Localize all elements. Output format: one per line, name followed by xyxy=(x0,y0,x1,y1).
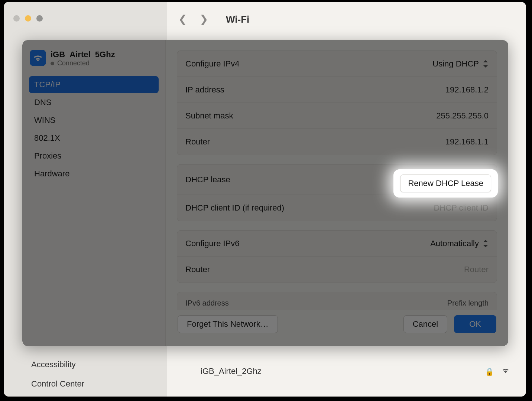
dhcp-client-id-input[interactable]: DHCP client ID xyxy=(434,203,489,213)
tab-dns[interactable]: DNS xyxy=(29,94,159,111)
ipv6-group: Configure IPv6 Automatically Router Rout… xyxy=(177,230,497,283)
network-name: iGB_Airtel_5Ghz xyxy=(51,50,115,59)
header-ipv6-address: IPv6 address xyxy=(185,299,229,307)
forward-icon[interactable]: ❯ xyxy=(200,13,208,25)
tab-wins[interactable]: WINS xyxy=(29,112,159,129)
fullscreen-icon[interactable] xyxy=(36,15,43,22)
renew-dhcp-lease-button[interactable]: Renew DHCP Lease xyxy=(400,175,491,192)
chevron-updown-icon xyxy=(483,240,489,247)
tab-hardware[interactable]: Hardware xyxy=(29,165,159,182)
network-header: iGB_Airtel_5Ghz Connected xyxy=(29,50,159,67)
tab-tcpip[interactable]: TCP/IP xyxy=(29,76,159,93)
label-dhcp-client-id: DHCP client ID (if required) xyxy=(185,203,284,213)
select-value: Automatically xyxy=(430,239,479,248)
settings-tabs: TCP/IP DNS WINS 802.1X Proxies Hardware xyxy=(29,76,159,182)
label-ip-address: IP address xyxy=(185,85,224,95)
ipv6-address-group: IPv6 address Prefix length xyxy=(177,292,497,310)
header-prefix-length: Prefix length xyxy=(447,299,489,307)
row-configure-ipv6: Configure IPv6 Automatically xyxy=(177,231,497,257)
label-router-ipv6: Router xyxy=(185,265,210,274)
value-subnet-mask: 255.255.255.0 xyxy=(436,111,489,121)
wifi-icon xyxy=(502,367,510,376)
ok-button[interactable]: OK xyxy=(454,315,496,333)
label-configure-ipv4: Configure IPv4 xyxy=(185,59,240,69)
tab-proxies[interactable]: Proxies xyxy=(29,147,159,164)
back-icon[interactable]: ❮ xyxy=(178,13,187,25)
row-subnet-mask: Subnet mask 255.255.255.0 xyxy=(177,103,497,129)
value-router: 192.168.1.1 xyxy=(445,137,489,147)
row-dhcp-client-id: DHCP client ID (if required) DHCP client… xyxy=(177,195,497,221)
sheet-footer: Forget This Network… Cancel OK xyxy=(177,310,497,339)
tab-8021x[interactable]: 802.1X xyxy=(29,130,159,147)
router-ipv6-input[interactable]: Router xyxy=(464,265,489,274)
wifi-icon xyxy=(30,50,46,66)
lock-icon: 🔒 xyxy=(485,367,494,376)
cancel-button[interactable]: Cancel xyxy=(403,315,447,333)
label-dhcp-lease: DHCP lease xyxy=(185,175,230,185)
status-dot-icon xyxy=(51,62,54,65)
nav-arrows: ❮ ❯ xyxy=(178,13,208,25)
label-router: Router xyxy=(185,137,210,147)
chevron-updown-icon xyxy=(483,60,489,68)
sidebar-item-accessibility[interactable]: Accessibility xyxy=(31,360,76,369)
window-controls xyxy=(13,15,43,22)
row-router-ipv6: Router Router xyxy=(177,257,497,283)
close-icon[interactable] xyxy=(13,15,20,22)
select-configure-ipv4[interactable]: Using DHCP xyxy=(432,59,489,69)
select-configure-ipv6[interactable]: Automatically xyxy=(430,239,489,248)
minimize-icon[interactable] xyxy=(25,15,31,22)
value-ip-address: 192.168.1.2 xyxy=(445,85,489,95)
network-details-sheet: iGB_Airtel_5Ghz Connected TCP/IP DNS WIN… xyxy=(22,40,508,346)
ipv4-group: Configure IPv4 Using DHCP IP address 192… xyxy=(177,50,497,155)
label-subnet-mask: Subnet mask xyxy=(185,111,233,121)
row-router-ipv4: Router 192.168.1.1 xyxy=(177,129,497,155)
forget-network-button[interactable]: Forget This Network… xyxy=(178,315,278,333)
network-status: Connected xyxy=(51,59,115,67)
label-configure-ipv6: Configure IPv6 xyxy=(185,239,240,248)
sidebar-item-control-center[interactable]: Control Center xyxy=(31,379,84,389)
status-label: Connected xyxy=(57,59,90,67)
row-configure-ipv4: Configure IPv4 Using DHCP xyxy=(177,51,497,77)
network-list-item[interactable]: iGB_Airtel_2Ghz xyxy=(201,366,262,376)
row-ip-address: IP address 192.168.1.2 xyxy=(177,77,497,103)
highlight-spot: Renew DHCP Lease xyxy=(393,169,498,198)
page-title: Wi-Fi xyxy=(226,14,249,25)
select-value: Using DHCP xyxy=(432,59,479,69)
sheet-sidebar: iGB_Airtel_5Ghz Connected TCP/IP DNS WIN… xyxy=(22,40,166,346)
